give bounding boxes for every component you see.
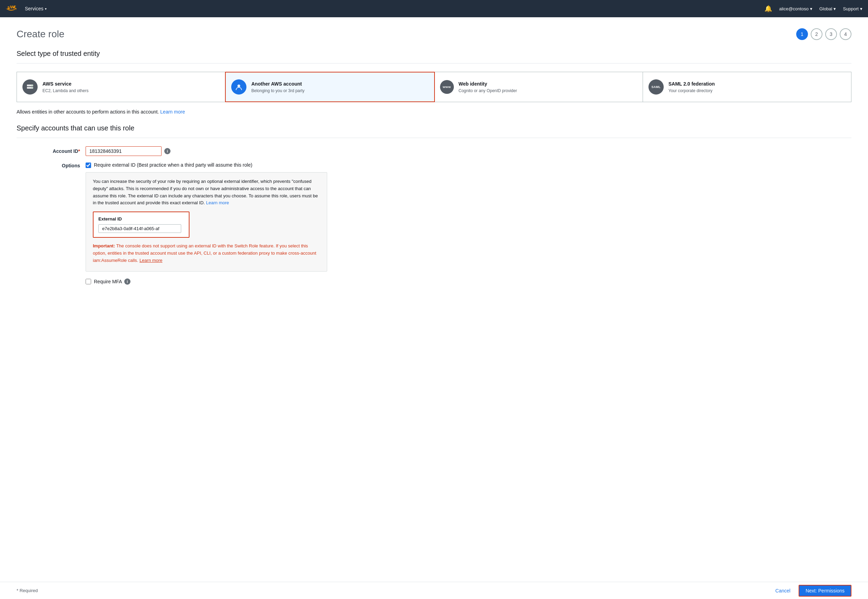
external-id-input[interactable] [98,224,181,233]
entity-aws-service-title: AWS service [42,81,88,87]
entity-web-identity-text: Web identity Cognito or any OpenID provi… [459,81,517,93]
notifications-button[interactable]: 🔔 [764,5,772,12]
mfa-info-icon[interactable]: i [124,278,130,284]
external-id-learn-more-link[interactable]: Learn more [206,200,229,205]
svg-point-2 [32,85,32,86]
server-icon [23,79,38,95]
require-external-id-label[interactable]: Require external ID (Best practice when … [94,162,252,168]
entity-card-saml[interactable]: SAML SAML 2.0 federation Your corporate … [643,72,851,102]
entity-cards: AWS service EC2, Lambda and others Anoth… [17,72,851,102]
description-text: Allows entities in other accounts to per… [17,109,159,114]
entity-saml-subtitle: Your corporate directory [669,88,713,93]
user-label: alice@contoso [779,6,808,11]
select-entity-heading: Select type of trusted entity [17,50,851,58]
account-id-row: Account ID* i [17,146,851,156]
web-icon: WWW [440,80,454,94]
form-section: Account ID* i Options Require external I… [17,146,851,284]
important-text: Important: The console does not support … [93,242,320,264]
account-id-input-wrap: i [86,146,170,156]
require-external-id-row: Require external ID (Best practice when … [86,162,851,168]
external-id-description: You can increase the security of your ro… [93,178,320,207]
account-id-input[interactable] [86,146,161,156]
services-label: Services [25,6,44,11]
entity-another-account-text: Another AWS account Belonging to you or … [251,81,304,93]
description-learn-more-link[interactable]: Learn more [160,109,185,114]
support-chevron-icon: ▾ [860,6,862,11]
step-indicators: 1 2 3 4 [796,28,851,40]
nav-right-section: 🔔 alice@contoso ▾ Global ▾ Support ▾ [764,5,862,12]
page-header: Create role 1 2 3 4 [17,28,851,40]
divider-1 [17,63,851,63]
important-body: The console does not support using an ex… [93,243,316,263]
entity-aws-service-subtitle: EC2, Lambda and others [42,88,88,93]
specify-accounts-heading: Specify accounts that can use this role [17,124,851,132]
external-id-subbox-label: External ID [98,216,184,221]
svg-point-3 [32,88,32,88]
account-id-info-icon[interactable]: i [164,148,170,154]
entity-card-another-account[interactable]: Another AWS account Belonging to you or … [225,72,434,102]
step-3: 3 [825,28,837,40]
svg-point-4 [237,84,240,87]
person-icon [231,79,246,95]
entity-aws-service-text: AWS service EC2, Lambda and others [42,81,88,93]
bell-icon: 🔔 [764,5,772,12]
entity-web-identity-subtitle: Cognito or any OpenID provider [459,88,517,93]
external-id-box: You can increase the security of your ro… [86,172,327,272]
entity-web-identity-title: Web identity [459,81,517,87]
step-1: 1 [796,28,808,40]
require-mfa-label[interactable]: Require MFA i [94,278,130,284]
page-content: Create role 1 2 3 4 Select type of trust… [0,17,868,582]
options-label: Options [17,162,86,169]
aws-logo[interactable] [6,4,19,13]
options-row: Options Require external ID (Best practi… [17,162,851,284]
page-title: Create role [17,29,65,40]
require-mfa-checkbox[interactable] [86,279,91,284]
user-chevron-icon: ▾ [810,6,812,11]
require-external-id-checkbox[interactable] [86,163,91,168]
saml-icon: SAML [648,79,664,95]
step-2: 2 [811,28,823,40]
support-label: Support [843,6,859,11]
step-4: 4 [840,28,851,40]
entity-another-account-title: Another AWS account [251,81,304,87]
user-menu[interactable]: alice@contoso ▾ [779,6,812,11]
divider-2 [17,138,851,138]
entity-another-account-subtitle: Belonging to you or 3rd party [251,88,304,93]
account-id-label: Account ID* [17,146,86,154]
require-mfa-row: Require MFA i [86,278,851,284]
support-menu[interactable]: Support ▾ [843,6,862,11]
options-content: Require external ID (Best practice when … [86,162,851,284]
region-label: Global [819,6,832,11]
region-menu[interactable]: Global ▾ [819,6,836,11]
top-navigation: Services ▾ 🔔 alice@contoso ▾ Global ▾ Su… [0,0,868,17]
entity-saml-title: SAML 2.0 federation [669,81,715,87]
entity-card-aws-service[interactable]: AWS service EC2, Lambda and others [17,72,225,102]
entity-description: Allows entities in other accounts to per… [17,109,851,114]
entity-card-web-identity[interactable]: WWW Web identity Cognito or any OpenID p… [434,72,643,102]
services-chevron-icon: ▾ [45,7,47,11]
services-menu[interactable]: Services ▾ [25,6,47,11]
entity-saml-text: SAML 2.0 federation Your corporate direc… [669,81,715,93]
external-id-subbox: External ID [93,212,190,238]
important-prefix: Important: [93,243,115,248]
important-learn-more-link[interactable]: Learn more [139,258,162,263]
region-chevron-icon: ▾ [833,6,836,11]
